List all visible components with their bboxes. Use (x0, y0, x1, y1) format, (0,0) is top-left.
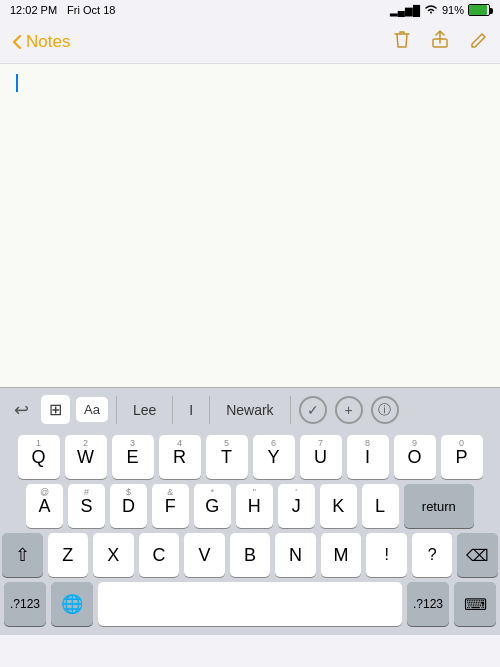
key-q[interactable]: 1Q (18, 435, 60, 479)
key-n[interactable]: N (275, 533, 316, 577)
key-e[interactable]: 3E (112, 435, 154, 479)
grid-button[interactable]: ⊞ (41, 395, 70, 424)
key-h[interactable]: "H (236, 484, 273, 528)
divider-3 (209, 396, 210, 424)
suggestion-1[interactable]: Lee (125, 398, 164, 422)
trash-icon[interactable] (392, 28, 412, 55)
back-label: Notes (26, 32, 70, 52)
battery-icon (468, 4, 490, 16)
share-icon[interactable] (430, 28, 450, 55)
text-cursor (16, 74, 18, 92)
key-question[interactable]: ? (412, 533, 453, 577)
num-key-right[interactable]: .?123 (407, 582, 449, 626)
date: Fri Oct 18 (67, 4, 115, 16)
key-exclamation[interactable]: ! (366, 533, 407, 577)
divider-1 (116, 396, 117, 424)
format-button[interactable]: Aa (76, 397, 108, 422)
suggestion-2[interactable]: I (181, 398, 201, 422)
key-t[interactable]: 5T (206, 435, 248, 479)
divider-4 (290, 396, 291, 424)
keyboard: 1Q 2W 3E 4R 5T 6Y 7U 8I 9O 0P @A #S $D &… (0, 431, 500, 635)
keyboard-toolbar: ↩ ⊞ Aa Lee I Newark ✓ + ⓘ (0, 387, 500, 431)
nav-bar: Notes (0, 20, 500, 64)
return-key[interactable]: return (404, 484, 474, 528)
key-m[interactable]: M (321, 533, 362, 577)
time: 12:02 PM (10, 4, 57, 16)
wifi-icon (424, 3, 438, 17)
key-y[interactable]: 6Y (253, 435, 295, 479)
globe-key[interactable]: 🌐 (51, 582, 93, 626)
key-p[interactable]: 0P (441, 435, 483, 479)
key-l[interactable]: L (362, 484, 399, 528)
keyboard-row-1: 1Q 2W 3E 4R 5T 6Y 7U 8I 9O 0P (2, 435, 498, 479)
key-u[interactable]: 7U (300, 435, 342, 479)
key-z[interactable]: Z (48, 533, 89, 577)
signal-icon: ▂▄▆█ (390, 5, 420, 16)
key-v[interactable]: V (184, 533, 225, 577)
key-r[interactable]: 4R (159, 435, 201, 479)
plus-circle-button[interactable]: + (335, 396, 363, 424)
key-w[interactable]: 2W (65, 435, 107, 479)
key-s[interactable]: #S (68, 484, 105, 528)
num-key-left[interactable]: .?123 (4, 582, 46, 626)
key-a[interactable]: @A (26, 484, 63, 528)
suggestion-3[interactable]: Newark (218, 398, 281, 422)
key-j[interactable]: 'J (278, 484, 315, 528)
back-button[interactable]: Notes (12, 32, 70, 52)
space-key[interactable] (98, 582, 402, 626)
key-i[interactable]: 8I (347, 435, 389, 479)
keyboard-row-3: ⇧ Z X C V B N M ! ? ⌫ (2, 533, 498, 577)
keyboard-row-2: @A #S $D &F *G "H 'J K L return (2, 484, 498, 528)
check-circle-button[interactable]: ✓ (299, 396, 327, 424)
shift-key[interactable]: ⇧ (2, 533, 43, 577)
status-bar: 12:02 PM Fri Oct 18 ▂▄▆█ 91% (0, 0, 500, 20)
keyboard-row-4: .?123 🌐 .?123 ⌨ (2, 582, 498, 626)
key-b[interactable]: B (230, 533, 271, 577)
divider-2 (172, 396, 173, 424)
battery-level: 91% (442, 4, 464, 16)
key-o[interactable]: 9O (394, 435, 436, 479)
note-area[interactable] (0, 64, 500, 387)
key-d[interactable]: $D (110, 484, 147, 528)
key-k[interactable]: K (320, 484, 357, 528)
key-g[interactable]: *G (194, 484, 231, 528)
key-f[interactable]: &F (152, 484, 189, 528)
info-circle-button[interactable]: ⓘ (371, 396, 399, 424)
key-c[interactable]: C (139, 533, 180, 577)
undo-button[interactable]: ↩ (8, 395, 35, 425)
hide-keyboard-key[interactable]: ⌨ (454, 582, 496, 626)
edit-icon[interactable] (468, 28, 488, 55)
key-x[interactable]: X (93, 533, 134, 577)
delete-key[interactable]: ⌫ (457, 533, 498, 577)
